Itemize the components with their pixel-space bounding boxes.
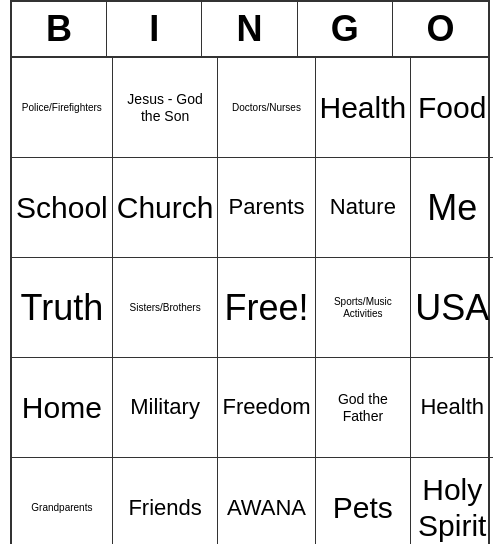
- cell-text-11: Sisters/Brothers: [130, 302, 201, 314]
- cell-text-13: Sports/Music Activities: [320, 296, 407, 320]
- cell-text-9: Me: [427, 186, 477, 229]
- bingo-cell-17: Freedom: [218, 358, 315, 458]
- cell-text-16: Military: [130, 394, 200, 420]
- bingo-cell-14: USA: [411, 258, 493, 358]
- cell-text-2: Doctors/Nurses: [232, 102, 301, 114]
- cell-text-15: Home: [22, 390, 102, 426]
- bingo-cell-0: Police/Firefighters: [12, 58, 113, 158]
- cell-text-4: Food: [418, 90, 486, 126]
- cell-text-1: Jesus - God the Son: [117, 91, 214, 125]
- bingo-cell-10: Truth: [12, 258, 113, 358]
- bingo-cell-13: Sports/Music Activities: [316, 258, 412, 358]
- bingo-cell-11: Sisters/Brothers: [113, 258, 219, 358]
- bingo-cell-20: Grandparents: [12, 458, 113, 544]
- cell-text-3: Health: [320, 90, 407, 126]
- bingo-cell-5: School: [12, 158, 113, 258]
- bingo-grid: Police/FirefightersJesus - God the SonDo…: [12, 58, 488, 544]
- cell-text-7: Parents: [229, 194, 305, 220]
- bingo-cell-21: Friends: [113, 458, 219, 544]
- bingo-cell-3: Health: [316, 58, 412, 158]
- cell-text-8: Nature: [330, 194, 396, 220]
- bingo-header: B I N G O: [12, 2, 488, 58]
- bingo-cell-15: Home: [12, 358, 113, 458]
- bingo-cell-22: AWANA: [218, 458, 315, 544]
- cell-text-20: Grandparents: [31, 502, 92, 514]
- cell-text-10: Truth: [21, 286, 104, 329]
- cell-text-12: Free!: [224, 286, 308, 329]
- bingo-cell-19: Health: [411, 358, 493, 458]
- bingo-card: B I N G O Police/FirefightersJesus - God…: [10, 0, 490, 544]
- bingo-cell-1: Jesus - God the Son: [113, 58, 219, 158]
- cell-text-24: Holy Spirit: [415, 472, 489, 544]
- cell-text-6: Church: [117, 190, 214, 226]
- bingo-cell-18: God the Father: [316, 358, 412, 458]
- cell-text-5: School: [16, 190, 108, 226]
- cell-text-18: God the Father: [320, 391, 407, 425]
- header-g: G: [298, 2, 393, 56]
- bingo-cell-8: Nature: [316, 158, 412, 258]
- cell-text-23: Pets: [333, 490, 393, 526]
- header-b: B: [12, 2, 107, 56]
- header-o: O: [393, 2, 488, 56]
- cell-text-19: Health: [420, 394, 484, 420]
- cell-text-21: Friends: [128, 495, 201, 521]
- bingo-cell-23: Pets: [316, 458, 412, 544]
- bingo-cell-2: Doctors/Nurses: [218, 58, 315, 158]
- bingo-cell-6: Church: [113, 158, 219, 258]
- bingo-cell-7: Parents: [218, 158, 315, 258]
- bingo-cell-16: Military: [113, 358, 219, 458]
- bingo-cell-4: Food: [411, 58, 493, 158]
- header-n: N: [202, 2, 297, 56]
- cell-text-22: AWANA: [227, 495, 306, 521]
- bingo-cell-24: Holy Spirit: [411, 458, 493, 544]
- header-i: I: [107, 2, 202, 56]
- cell-text-17: Freedom: [222, 394, 310, 420]
- cell-text-14: USA: [415, 286, 489, 329]
- bingo-cell-9: Me: [411, 158, 493, 258]
- cell-text-0: Police/Firefighters: [22, 102, 102, 114]
- bingo-cell-12: Free!: [218, 258, 315, 358]
